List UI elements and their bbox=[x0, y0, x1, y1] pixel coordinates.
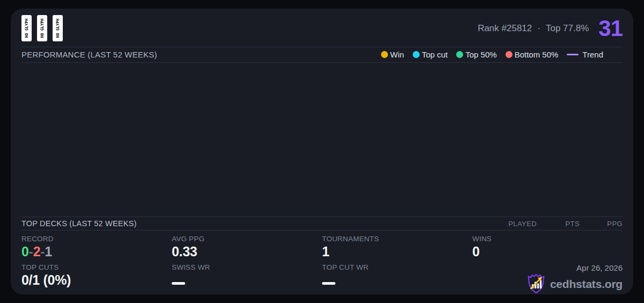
stat-value: 0/1 (0%) bbox=[21, 273, 172, 288]
topcut-dot-icon bbox=[413, 51, 420, 58]
points-total: 31 bbox=[598, 17, 623, 40]
legend-label: Win bbox=[390, 50, 404, 59]
stat-top-cut-wr: TOP CUT WR — bbox=[322, 263, 472, 294]
column-header-played: PLAYED bbox=[494, 220, 537, 228]
no-glyph-label: NO GLYPH bbox=[24, 19, 29, 38]
legend-item-win: Win bbox=[381, 50, 404, 59]
stat-value: 0.33 bbox=[172, 244, 322, 259]
no-glyph-label: NO GLYPH bbox=[40, 19, 45, 38]
cedhstats-logo-icon bbox=[526, 274, 546, 294]
stat-value: 1 bbox=[322, 244, 472, 259]
legend-item-trend: Trend bbox=[567, 50, 603, 59]
rank-summary: Rank #25812 · Top 77.8% 31 bbox=[478, 17, 623, 40]
stats-grid: RECORD 0-2-1 AVG PPG 0.33 TOURNAMENTS 1 … bbox=[21, 230, 623, 294]
win-dot-icon bbox=[381, 51, 388, 58]
no-glyph-placeholder-icon: NO GLYPH bbox=[21, 15, 32, 41]
no-glyph-placeholder-icon: NO GLYPH bbox=[37, 15, 47, 41]
column-header-pts: PTS bbox=[537, 220, 580, 228]
record-losses: 2 bbox=[33, 244, 41, 259]
empty-value-dash: — bbox=[172, 282, 185, 285]
player-stats-card: NO GLYPH NO GLYPH NO GLYPH Rank #25812 ·… bbox=[11, 9, 633, 294]
performance-chart bbox=[21, 63, 623, 217]
legend-item-topcut: Top cut bbox=[413, 50, 448, 59]
commander-glyphs: NO GLYPH NO GLYPH NO GLYPH bbox=[21, 15, 63, 41]
rank-number: Rank #25812 bbox=[478, 23, 532, 34]
legend-item-top50: Top 50% bbox=[456, 50, 496, 59]
column-header-ppg: PPG bbox=[580, 220, 623, 228]
performance-title: PERFORMANCE (LAST 52 WEEKS) bbox=[21, 50, 157, 59]
trend-line-icon bbox=[567, 54, 579, 55]
no-glyph-label: NO GLYPH bbox=[55, 19, 60, 38]
empty-value-dash: — bbox=[322, 282, 335, 285]
legend-label: Bottom 50% bbox=[515, 50, 559, 59]
stat-label: TOP CUT WR bbox=[322, 263, 472, 271]
stat-label: WINS bbox=[472, 235, 623, 243]
record-draws: 1 bbox=[45, 244, 52, 259]
legend-item-bottom50: Bottom 50% bbox=[506, 50, 559, 59]
record-separator: - bbox=[29, 244, 33, 259]
chart-legend: Win Top cut Top 50% Bottom 50% Trend bbox=[381, 50, 603, 59]
stat-label: TOURNAMENTS bbox=[322, 235, 472, 243]
top-decks-header: TOP DECKS (LAST 52 WEEKS) PLAYED PTS PPG bbox=[21, 217, 623, 230]
legend-label: Top cut bbox=[422, 50, 448, 59]
record-wins: 0 bbox=[21, 244, 29, 259]
generated-date: Apr 26, 2026 bbox=[576, 263, 623, 272]
stat-avg-ppg: AVG PPG 0.33 bbox=[172, 235, 322, 263]
stat-label: TOP CUTS bbox=[21, 263, 172, 271]
card-header: NO GLYPH NO GLYPH NO GLYPH Rank #25812 ·… bbox=[21, 9, 623, 47]
bottom50-dot-icon bbox=[506, 51, 513, 58]
legend-label: Top 50% bbox=[465, 50, 496, 59]
stat-label: AVG PPG bbox=[172, 235, 322, 243]
legend-label: Trend bbox=[582, 50, 603, 59]
stat-top-cuts: TOP CUTS 0/1 (0%) bbox=[21, 263, 172, 294]
stat-label: SWISS WR bbox=[172, 263, 322, 271]
top-percent: Top 77.8% bbox=[546, 23, 589, 34]
top-decks-columns: PLAYED PTS PPG bbox=[494, 220, 623, 228]
no-glyph-placeholder-icon: NO GLYPH bbox=[53, 15, 63, 41]
stat-record: RECORD 0-2-1 bbox=[21, 235, 172, 263]
top-decks-title: TOP DECKS (LAST 52 WEEKS) bbox=[21, 219, 137, 228]
brand: cedhstats.org bbox=[526, 274, 623, 294]
stat-label: RECORD bbox=[21, 235, 172, 243]
stat-value: 0 bbox=[472, 244, 623, 259]
dot-separator: · bbox=[537, 23, 540, 34]
top50-dot-icon bbox=[456, 51, 463, 58]
brand-name: cedhstats.org bbox=[550, 278, 623, 291]
stat-wins: WINS 0 bbox=[472, 235, 623, 263]
stat-tournaments: TOURNAMENTS 1 bbox=[322, 235, 472, 263]
performance-header: PERFORMANCE (LAST 52 WEEKS) Win Top cut … bbox=[21, 47, 623, 62]
stat-value-record: 0-2-1 bbox=[21, 244, 172, 259]
card-footer: Apr 26, 2026 cedhstats.org bbox=[472, 263, 623, 294]
rank-line: Rank #25812 · Top 77.8% bbox=[478, 23, 589, 34]
stat-swiss-wr: SWISS WR — bbox=[172, 263, 322, 294]
